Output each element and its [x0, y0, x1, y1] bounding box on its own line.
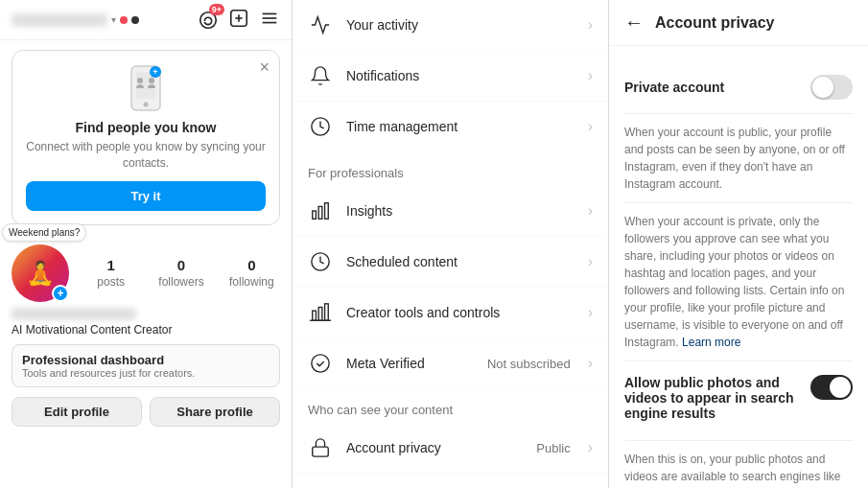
- svg-rect-20: [318, 308, 322, 321]
- menu-item-your-activity[interactable]: Your activity ›: [293, 0, 608, 51]
- meta-verified-value: Not subscribed: [487, 357, 571, 371]
- creator-tools-icon: [308, 300, 333, 325]
- middle-panel: Your activity › Notifications › Time man…: [293, 0, 609, 488]
- activity-icon: [308, 12, 333, 37]
- menu-item-time-management[interactable]: Time management ›: [293, 102, 608, 152]
- pro-dashboard-title: Professional dashboard: [22, 353, 270, 367]
- followers-count: 0: [152, 257, 209, 273]
- svg-rect-16: [318, 206, 322, 219]
- menu-item-creator-tools[interactable]: Creator tools and controls ›: [293, 288, 608, 338]
- time-management-label: Time management: [346, 119, 575, 134]
- account-privacy-label: Account privacy: [346, 440, 523, 455]
- menu-item-meta-verified[interactable]: Meta Verified Not subscribed ›: [293, 338, 608, 389]
- following-label: following: [229, 275, 274, 289]
- svg-point-10: [137, 78, 143, 83]
- left-panel: ▾ 9+: [0, 0, 293, 488]
- avatar-add-icon[interactable]: +: [52, 285, 69, 302]
- posts-label: posts: [97, 275, 125, 289]
- posts-stat: 1 posts: [82, 257, 139, 289]
- phone-icon: +: [127, 64, 165, 112]
- speech-bubble: Weekend plans?: [2, 223, 86, 242]
- username-display: [12, 13, 107, 27]
- your-activity-label: Your activity: [346, 17, 575, 33]
- private-account-desc1: When your account is public, your profil…: [624, 114, 853, 203]
- back-button[interactable]: ←: [624, 12, 644, 34]
- try-it-button[interactable]: Try it: [26, 181, 266, 211]
- svg-point-11: [149, 78, 154, 83]
- private-account-toggle[interactable]: [810, 75, 853, 100]
- scheduled-content-label: Scheduled content: [346, 254, 575, 269]
- svg-rect-24: [313, 447, 329, 456]
- username-area: ▾: [12, 13, 190, 27]
- search-engine-desc: When this is on, your public photos and …: [624, 441, 853, 488]
- scheduled-content-icon: [308, 249, 333, 274]
- chevron-right-icon: ›: [588, 439, 593, 456]
- svg-point-23: [312, 355, 329, 372]
- right-header: ← Account privacy: [609, 0, 868, 46]
- insights-icon: [308, 198, 333, 223]
- search-engine-label: Allow public photos and videos to appear…: [624, 375, 801, 421]
- share-profile-button[interactable]: Share profile: [150, 397, 280, 427]
- right-content: Private account When your account is pub…: [609, 46, 868, 488]
- search-engine-row: Allow public photos and videos to appear…: [624, 375, 853, 427]
- search-engine-text: Allow public photos and videos to appear…: [624, 375, 801, 427]
- chevron-right-icon: ›: [588, 67, 593, 84]
- private-account-row: Private account: [624, 61, 853, 114]
- toggle-knob-on: [830, 377, 851, 398]
- threads-badge: 9+: [209, 4, 224, 16]
- close-button[interactable]: ×: [259, 58, 270, 76]
- content-section-header: Who can see your content: [293, 389, 608, 423]
- notifications-label: Notifications: [346, 68, 575, 83]
- chevron-right-icon: ›: [588, 118, 593, 135]
- menu-item-notifications[interactable]: Notifications ›: [293, 51, 608, 102]
- meta-verified-label: Meta Verified: [346, 356, 474, 371]
- following-count: 0: [223, 257, 280, 273]
- profile-area: Weekend plans? 🧘 + 1 posts 0 followers 0…: [0, 235, 292, 436]
- right-panel: ← Account privacy Private account When y…: [609, 0, 868, 488]
- right-panel-title: Account privacy: [655, 14, 774, 32]
- account-privacy-icon: [308, 435, 333, 460]
- pro-dashboard-desc: Tools and resources just for creators.: [22, 367, 270, 379]
- dropdown-arrow[interactable]: ▾: [111, 14, 116, 25]
- account-privacy-value: Public: [536, 441, 570, 455]
- profile-stats-row: Weekend plans? 🧘 + 1 posts 0 followers 0…: [12, 244, 280, 302]
- chevron-right-icon: ›: [588, 304, 593, 321]
- status-dot-black: [131, 16, 139, 24]
- suggestion-card: × + Find people you know Connect with pe…: [12, 50, 280, 225]
- svg-rect-17: [325, 203, 329, 220]
- edit-profile-button[interactable]: Edit profile: [12, 397, 142, 427]
- profile-name: [12, 308, 136, 320]
- pro-dashboard[interactable]: Professional dashboard Tools and resourc…: [12, 344, 280, 387]
- avatar-wrap: Weekend plans? 🧘 +: [12, 244, 69, 302]
- followers-stat: 0 followers: [152, 257, 209, 289]
- threads-icon-wrap[interactable]: 9+: [198, 10, 219, 31]
- private-account-desc2: When your account is private, only the f…: [624, 203, 853, 361]
- profile-buttons: Edit profile Share profile: [12, 397, 280, 427]
- svg-point-9: [144, 103, 149, 107]
- left-header: ▾ 9+: [0, 0, 292, 40]
- notifications-icon: [308, 63, 333, 88]
- suggestion-desc: Connect with people you know by syncing …: [26, 139, 266, 172]
- following-stat: 0 following: [223, 257, 280, 289]
- menu-item-scheduled-content[interactable]: Scheduled content ›: [293, 237, 608, 288]
- creator-tools-label: Creator tools and controls: [346, 305, 575, 320]
- menu-icon[interactable]: [259, 8, 280, 32]
- menu-item-close-friends[interactable]: Close Friends 0 ›: [293, 474, 608, 488]
- posts-count: 1: [82, 257, 139, 273]
- chevron-right-icon: ›: [588, 202, 593, 220]
- learn-more-link-1[interactable]: Learn more: [682, 336, 740, 349]
- professionals-section-header: For professionals: [293, 152, 608, 186]
- private-account-label: Private account: [624, 80, 810, 95]
- chevron-right-icon: ›: [588, 355, 593, 372]
- svg-text:+: +: [152, 67, 157, 77]
- menu-item-account-privacy[interactable]: Account privacy Public ›: [293, 423, 608, 474]
- search-engine-toggle[interactable]: [810, 375, 853, 400]
- menu-item-insights[interactable]: Insights ›: [293, 186, 608, 237]
- header-icons: 9+: [198, 8, 280, 32]
- profile-bio: AI Motivational Content Creator: [12, 323, 280, 337]
- followers-label: followers: [158, 275, 203, 289]
- add-icon[interactable]: [228, 8, 249, 32]
- meta-verified-icon: [308, 351, 333, 376]
- svg-rect-21: [325, 304, 329, 320]
- status-dot-red: [120, 16, 128, 24]
